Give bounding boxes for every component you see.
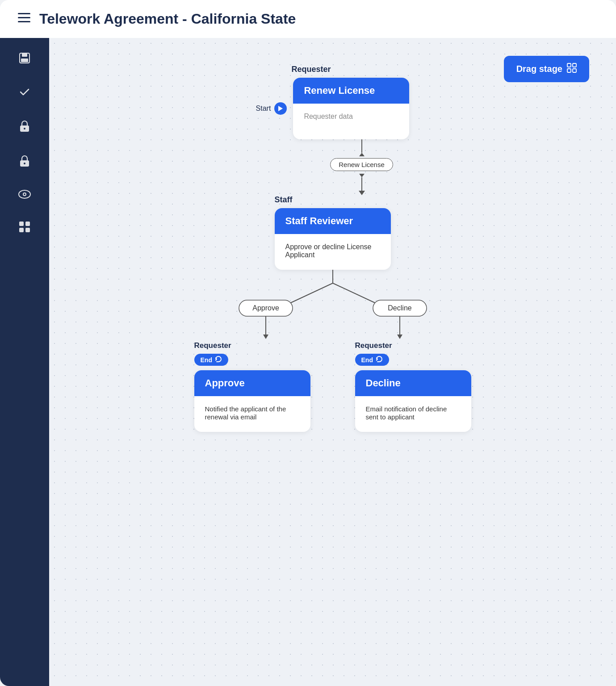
svg-rect-16	[25, 228, 30, 232]
connector-1: Renew License	[330, 139, 393, 195]
staff-reviewer-card[interactable]: Staff Reviewer Approve or decline Licens…	[275, 208, 391, 270]
header: Telework Agreement - California State	[0, 0, 616, 38]
approve-card-body-text: Notified the applicant of the renewal vi…	[205, 405, 286, 421]
bottom-cards-row: Requester End	[194, 341, 471, 432]
decline-card-wrapper: Requester End	[355, 341, 471, 432]
decline-pill-text: Decline	[388, 304, 411, 312]
approve-end-icon	[215, 356, 222, 364]
approve-card-body: Notified the applicant of the renewal vi…	[194, 396, 310, 432]
svg-point-9	[24, 163, 25, 164]
renew-license-header: Renew License	[293, 78, 409, 104]
branch-svg: Approve Decline	[194, 270, 471, 350]
app-container: Telework Agreement - California State	[0, 0, 616, 686]
start-label: Start	[256, 105, 271, 113]
staff-reviewer-body: Approve or decline License Applicant	[275, 234, 391, 270]
svg-rect-15	[19, 228, 24, 232]
canvas: Drag stage Requester	[49, 38, 616, 686]
transition-renew-pill: Renew License	[330, 158, 393, 171]
svg-rect-5	[21, 59, 28, 62]
role-label-staff: Staff	[275, 195, 293, 205]
decline-card-body-text: Email notification of decline sent to ap…	[366, 405, 447, 421]
decline-card-body: Email notification of decline sent to ap…	[355, 396, 471, 432]
decline-end-badge: End	[355, 354, 389, 366]
staff-reviewer-header: Staff Reviewer	[275, 208, 391, 234]
svg-point-7	[24, 128, 25, 130]
staff-reviewer-section: Staff Staff Reviewer Approve or decline …	[275, 195, 391, 270]
renew-license-body-text: Requester data	[304, 113, 352, 120]
svg-rect-13	[19, 222, 24, 226]
svg-marker-25	[263, 335, 268, 339]
approve-role-label: Requester	[194, 341, 231, 350]
decline-role-label: Requester	[355, 341, 392, 350]
approve-end-badge: End	[194, 354, 228, 366]
page-title: Telework Agreement - California State	[39, 11, 296, 27]
renew-license-body: Requester data	[293, 104, 409, 139]
approve-end-row: End	[194, 354, 228, 366]
approve-card[interactable]: Approve Notified the applicant of the re…	[194, 370, 310, 432]
svg-rect-14	[25, 222, 30, 226]
staff-reviewer-body-line2: Applicant	[285, 251, 380, 259]
decline-card-header: Decline	[355, 370, 471, 396]
workflow: Requester Start Renew License	[67, 56, 598, 432]
approve-end-label: End	[201, 356, 212, 364]
sidebar-lock-icon-1[interactable]	[16, 117, 34, 139]
role-label-requester-1: Requester	[292, 65, 331, 74]
hamburger-menu-icon[interactable]	[18, 13, 30, 25]
svg-point-12	[24, 193, 25, 195]
decline-end-label: End	[361, 356, 373, 364]
decline-card[interactable]: Decline Email notification of decline se…	[355, 370, 471, 432]
sidebar-lock-icon-2[interactable]	[16, 151, 34, 174]
sidebar-check-icon[interactable]	[15, 83, 34, 104]
branch-connector: Approve Decline	[194, 270, 471, 350]
renew-license-section: Requester Start Renew License	[256, 65, 410, 139]
svg-rect-2	[18, 21, 30, 22]
approve-card-header: Approve	[194, 370, 310, 396]
start-play-icon	[274, 102, 287, 115]
role-label-staff-text: Staff	[275, 195, 293, 204]
approve-pill-text: Approve	[252, 304, 279, 312]
sidebar	[0, 38, 49, 686]
start-badge: Start	[256, 102, 287, 115]
sidebar-grid-icon[interactable]	[15, 218, 34, 239]
approve-card-wrapper: Requester End	[194, 341, 310, 432]
decline-end-row: End	[355, 354, 389, 366]
svg-rect-0	[18, 13, 30, 14]
staff-reviewer-body-line1: Approve or decline License	[285, 243, 380, 251]
main-layout: Drag stage Requester	[0, 38, 616, 686]
svg-rect-4	[22, 53, 27, 57]
decline-end-icon	[376, 356, 383, 364]
sidebar-save-icon[interactable]	[15, 49, 34, 70]
renew-license-card[interactable]: Renew License Requester data	[293, 78, 409, 139]
sidebar-eye-icon[interactable]	[15, 186, 34, 205]
svg-marker-27	[397, 335, 402, 339]
svg-rect-1	[18, 17, 30, 18]
